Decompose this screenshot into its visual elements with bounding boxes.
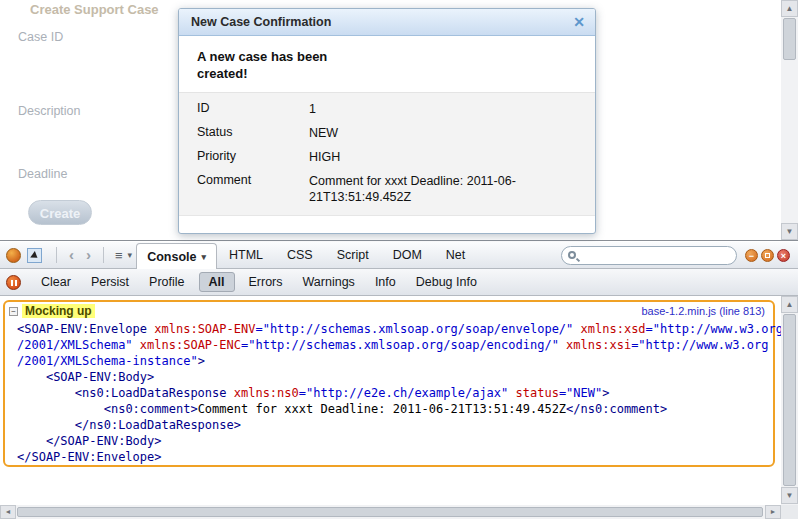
scroll-up-icon[interactable]: ▲ (781, 296, 798, 313)
close-button[interactable]: × (777, 249, 790, 262)
scrollbar-thumb[interactable] (783, 314, 796, 486)
minimize-button[interactable]: − (745, 249, 758, 262)
firebug-main-toolbar: ‹ › ≡ ▾ Console ▾ HTML CSS Script DOM Ne… (0, 242, 798, 269)
options-menu-icon[interactable]: ≡ (110, 248, 128, 263)
tab-console[interactable]: Console ▾ (136, 243, 217, 269)
toolbar-divider (103, 247, 104, 263)
dialog-message: A new case has been created! (179, 36, 379, 92)
chevron-down-icon: ▾ (201, 244, 206, 270)
page-scrollbar[interactable]: ▲ ▼ (781, 0, 798, 240)
case-id-label: Case ID (18, 30, 63, 44)
row-value: NEW (309, 125, 565, 141)
table-row: ID 1 (179, 97, 595, 121)
collapse-toggle-icon[interactable]: − (9, 307, 18, 316)
persist-button[interactable]: Persist (81, 272, 139, 292)
scroll-down-icon[interactable]: ▼ (781, 223, 798, 240)
new-case-confirmation-dialog: New Case Confirmation ✕ A new case has b… (178, 8, 596, 234)
scroll-up-icon[interactable]: ▲ (781, 0, 798, 17)
search-input[interactable] (580, 249, 730, 261)
xml-line: <SOAP-ENV:Body> (17, 369, 773, 385)
scrollbar-thumb[interactable] (17, 507, 763, 517)
chevron-down-icon[interactable]: ▾ (128, 250, 137, 260)
dialog-title: New Case Confirmation (191, 15, 331, 29)
scroll-left-icon[interactable]: ◄ (0, 505, 16, 519)
row-value: 1 (309, 101, 565, 117)
page-title: Create Support Case (30, 2, 159, 17)
console-output: − Mocking up base-1.2.min.js (line 813) … (0, 296, 781, 505)
tab-css[interactable]: CSS (275, 242, 325, 268)
tab-net[interactable]: Net (434, 242, 477, 268)
profile-button[interactable]: Profile (139, 272, 194, 292)
toolbar-divider (56, 247, 57, 263)
table-row: Status NEW (179, 121, 595, 145)
xml-line: /2001/XMLSchema" xmlns:SOAP-ENC="http://… (17, 337, 773, 353)
inspect-element-icon[interactable] (27, 248, 42, 263)
search-field[interactable] (561, 246, 737, 265)
filter-debug-info-button[interactable]: Debug Info (406, 272, 487, 292)
window-controls: − × (745, 249, 790, 262)
xml-line: </SOAP-ENV:Body> (17, 433, 773, 449)
deadline-label: Deadline (18, 167, 67, 181)
scroll-down-icon[interactable]: ▼ (781, 487, 798, 504)
search-icon (568, 251, 576, 259)
row-value: Comment for xxxt Deadline: 2011-06-21T13… (309, 173, 565, 205)
xml-line: </SOAP-ENV:Envelope> (17, 449, 773, 465)
scrollbar-thumb[interactable] (783, 18, 796, 60)
xml-line: <ns0:comment>Comment for xxxt Deadline: … (17, 401, 773, 417)
filter-all-button[interactable]: All (199, 272, 235, 292)
table-row: Comment Comment for xxxt Deadline: 2011-… (179, 169, 595, 209)
tab-dom[interactable]: DOM (381, 242, 434, 268)
log-entry[interactable]: − Mocking up base-1.2.min.js (line 813) … (3, 300, 775, 467)
create-button[interactable]: Create (28, 200, 92, 225)
soap-xml-response: <SOAP-ENV:Envelope xmlns:SOAP-ENV="http:… (5, 319, 773, 465)
row-label: Comment (197, 173, 309, 205)
row-label: Priority (197, 149, 309, 165)
xml-line: <ns0:LoadDataResponse xmlns:ns0="http://… (17, 385, 773, 401)
filter-info-button[interactable]: Info (365, 272, 406, 292)
row-label: Status (197, 125, 309, 141)
xml-line: </ns0:LoadDataResponse> (17, 417, 773, 433)
console-filter-toolbar: Clear Persist Profile All Errors Warning… (0, 269, 798, 296)
screen: Create Support Case Case ID Description … (0, 0, 798, 519)
scrollbar-corner (781, 505, 798, 519)
console-scrollbar[interactable]: ▲ ▼ (781, 296, 798, 505)
window-icon (765, 253, 770, 258)
search-area: − × (561, 246, 794, 265)
tab-label: Console (147, 244, 196, 270)
break-on-errors-icon[interactable] (6, 275, 21, 290)
table-row: Priority HIGH (179, 145, 595, 169)
source-link[interactable]: base-1.2.min.js (line 813) (641, 305, 765, 317)
log-entry-header: − Mocking up base-1.2.min.js (line 813) (5, 302, 773, 319)
history-back-icon[interactable]: ‹ (63, 244, 80, 266)
row-label: ID (197, 101, 309, 117)
xml-line: <SOAP-ENV:Envelope xmlns:SOAP-ENV="http:… (17, 321, 773, 337)
log-message: Mocking up (22, 304, 95, 318)
browser-page: Create Support Case Case ID Description … (0, 0, 798, 241)
description-label: Description (18, 104, 81, 118)
close-icon[interactable]: ✕ (573, 14, 585, 30)
clear-button[interactable]: Clear (31, 272, 81, 292)
row-value: HIGH (309, 149, 565, 165)
tab-script[interactable]: Script (325, 242, 381, 268)
open-in-window-button[interactable] (761, 249, 774, 262)
dialog-header: New Case Confirmation ✕ (179, 9, 595, 36)
xml-line: /2001/XMLSchema-instance"> (17, 353, 773, 369)
dialog-detail-rows: ID 1 Status NEW Priority HIGH Comment Co… (179, 92, 595, 216)
horizontal-scrollbar[interactable]: ◄ ► (0, 505, 781, 519)
filter-errors-button[interactable]: Errors (239, 272, 293, 292)
tab-html[interactable]: HTML (217, 242, 275, 268)
filter-warnings-button[interactable]: Warnings (293, 272, 365, 292)
scroll-right-icon[interactable]: ► (765, 505, 781, 519)
history-forward-icon[interactable]: › (80, 244, 97, 266)
firebug-logo-icon[interactable] (6, 248, 21, 263)
